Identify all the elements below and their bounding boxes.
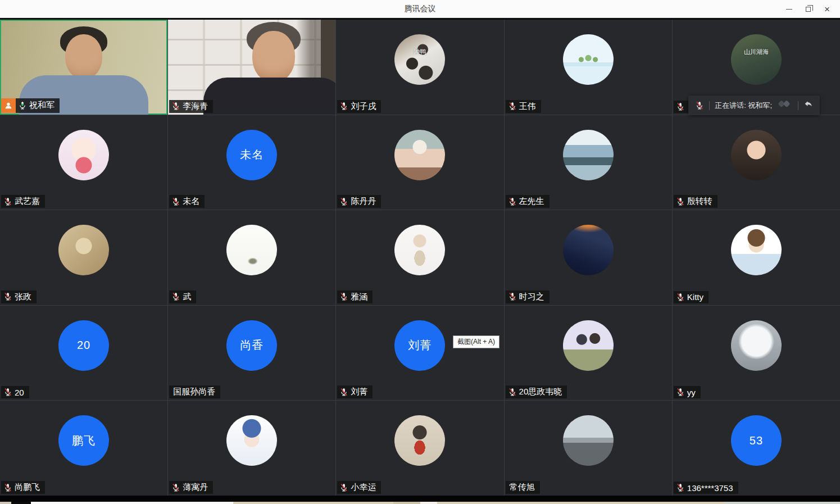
mic-muted-icon bbox=[3, 292, 12, 301]
name-tag: 李海青 bbox=[169, 100, 213, 113]
name-tag: 薄寓丹 bbox=[169, 481, 213, 494]
participant-label: 陈丹丹 bbox=[337, 195, 381, 208]
participant-tile-22[interactable]: 薄寓丹 bbox=[168, 401, 335, 496]
name-tag: 武艺嘉 bbox=[1, 195, 45, 208]
avatar: 53 bbox=[731, 415, 782, 466]
desktop-sliver bbox=[0, 502, 840, 504]
mic-muted-icon bbox=[676, 483, 685, 492]
avatar: 刘菁 bbox=[394, 320, 445, 371]
name-tag: 常传旭 bbox=[506, 481, 540, 494]
participant-tile-3[interactable]: 冲鸭 刘子戌 bbox=[336, 20, 503, 115]
avatar bbox=[394, 415, 445, 466]
name-tag: Kitty bbox=[674, 291, 709, 303]
name-tag: 刘子戌 bbox=[337, 100, 381, 113]
name-tag: 20 bbox=[1, 386, 29, 398]
avatar bbox=[226, 225, 277, 275]
participant-tile-23[interactable]: 小幸运 bbox=[336, 401, 503, 496]
participant-tile-6[interactable]: 武艺嘉 bbox=[0, 115, 167, 210]
participant-name: 刘子戌 bbox=[351, 101, 376, 112]
avatar bbox=[563, 130, 614, 180]
participant-tile-8[interactable]: 陈丹丹 bbox=[336, 115, 503, 210]
mic-muted-icon bbox=[508, 292, 517, 301]
avatar bbox=[226, 415, 277, 466]
participant-name: yy bbox=[687, 388, 696, 397]
participant-tile-4[interactable]: 王伟 bbox=[505, 20, 672, 115]
participant-label bbox=[674, 101, 690, 113]
participant-label: Kitty bbox=[674, 291, 709, 303]
participant-label: 国服孙尚香 bbox=[169, 385, 220, 398]
mic-muted-icon bbox=[676, 197, 685, 206]
name-tag: 祝和军 bbox=[16, 98, 60, 113]
mic-muted-icon bbox=[676, 293, 685, 302]
avatar bbox=[731, 130, 782, 180]
mic-muted-icon bbox=[3, 197, 12, 206]
participant-tile-24[interactable]: 常传旭 bbox=[505, 401, 672, 496]
participant-name: 武 bbox=[183, 292, 191, 302]
mic-muted-icon bbox=[339, 292, 348, 301]
avatar: 鹏飞 bbox=[58, 415, 109, 466]
toast-divider bbox=[798, 101, 798, 110]
participant-tile-16[interactable]: 20 20 bbox=[0, 306, 167, 401]
reply-arrow-icon[interactable] bbox=[803, 99, 813, 111]
mic-muted-icon bbox=[3, 388, 12, 397]
participant-tile-20[interactable]: yy bbox=[673, 306, 840, 401]
participant-tile-19[interactable]: 20思政韦晓 bbox=[505, 306, 672, 401]
participant-tile-25[interactable]: 53 136****3753 bbox=[673, 401, 840, 496]
participant-label: 常传旭 bbox=[506, 481, 540, 494]
mic-muted-icon bbox=[339, 102, 348, 111]
name-tag: 武 bbox=[169, 290, 196, 303]
participant-name: 祝和军 bbox=[29, 100, 55, 111]
name-tag: 陈丹丹 bbox=[337, 195, 381, 208]
participant-label: 武艺嘉 bbox=[1, 195, 45, 208]
meeting-logo-icon bbox=[777, 99, 793, 112]
participant-tile-9[interactable]: 左先生 bbox=[505, 115, 672, 210]
participant-name: Kitty bbox=[687, 292, 703, 302]
avatar: 未名 bbox=[226, 130, 277, 180]
avatar: 山川湖海 bbox=[731, 34, 782, 85]
participant-tile-11[interactable]: 张政 bbox=[0, 210, 167, 305]
person-face bbox=[252, 31, 295, 83]
participant-label: 李海青 bbox=[169, 100, 213, 113]
speaking-text: 正在讲话: 祝和军; bbox=[715, 101, 772, 111]
avatar bbox=[563, 34, 614, 85]
name-tag: 小幸运 bbox=[337, 481, 381, 494]
avatar: 尚香 bbox=[226, 320, 277, 371]
close-button[interactable]: × bbox=[818, 1, 837, 17]
mic-muted-icon[interactable] bbox=[695, 101, 704, 110]
name-tag: 136****3753 bbox=[674, 482, 738, 494]
participant-label: 136****3753 bbox=[674, 482, 738, 494]
participant-label: 20思政韦晓 bbox=[506, 385, 567, 398]
participant-tile-21[interactable]: 鹏飞 尚鹏飞 bbox=[0, 401, 167, 496]
window-controls: × bbox=[779, 0, 837, 18]
mic-muted-icon bbox=[339, 197, 348, 206]
screenshot-tooltip: 截图(Alt + A) bbox=[453, 335, 500, 348]
participant-tile-7[interactable]: 未名 未名 bbox=[168, 115, 335, 210]
name-tag: 刘菁 bbox=[337, 385, 373, 398]
participant-tile-10[interactable]: 殷转转 bbox=[673, 115, 840, 210]
participant-tile-13[interactable]: 雅涵 bbox=[336, 210, 503, 305]
participant-tile-15[interactable]: Kitty bbox=[673, 210, 840, 305]
participant-label: 雅涵 bbox=[337, 290, 373, 303]
participant-label: 张政 bbox=[1, 290, 37, 303]
name-tag: 尚鹏飞 bbox=[1, 481, 45, 494]
close-icon: × bbox=[824, 4, 830, 14]
name-tag: 雅涵 bbox=[337, 290, 373, 303]
participant-tile-1[interactable]: 祝和军 bbox=[0, 20, 167, 115]
avatar bbox=[394, 130, 445, 180]
minimize-icon bbox=[786, 9, 792, 10]
participant-name: 薄寓丹 bbox=[183, 482, 208, 493]
avatar bbox=[563, 415, 614, 466]
participant-label: 薄寓丹 bbox=[169, 481, 213, 494]
maximize-button[interactable] bbox=[798, 1, 818, 17]
participant-tile-2[interactable]: 李海青 bbox=[168, 20, 335, 115]
participant-label: 时习之 bbox=[506, 290, 550, 303]
name-tag: 殷转转 bbox=[674, 195, 718, 208]
participant-tile-14[interactable]: 时习之 bbox=[505, 210, 672, 305]
name-tag: 时习之 bbox=[506, 290, 550, 303]
minimize-button[interactable] bbox=[779, 1, 798, 17]
participant-tile-18[interactable]: 刘菁 刘菁 bbox=[336, 306, 503, 401]
name-tag: 王伟 bbox=[506, 100, 541, 113]
participant-tile-12[interactable]: 武 bbox=[168, 210, 335, 305]
participant-tile-17[interactable]: 尚香 国服孙尚香 bbox=[168, 306, 335, 401]
participant-name: 陈丹丹 bbox=[351, 196, 376, 207]
